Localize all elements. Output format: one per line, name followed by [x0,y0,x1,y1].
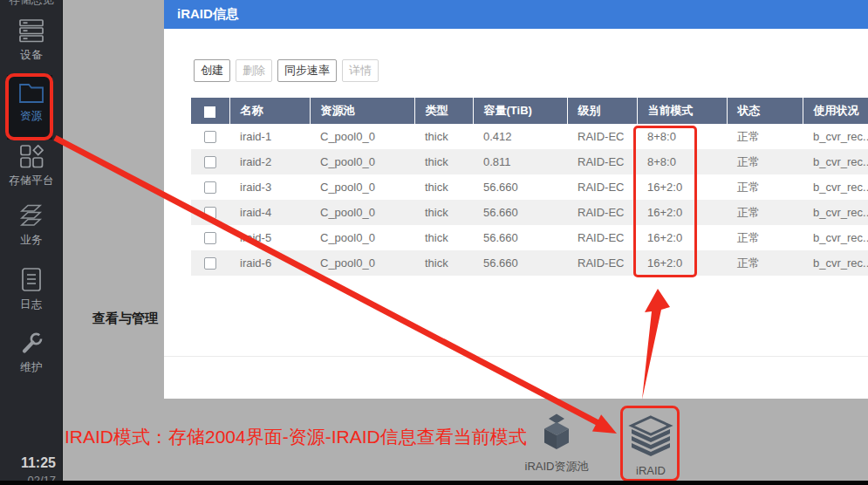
sidebar-item-maintenance[interactable]: 维护 [0,331,63,375]
column-header-pool: 资源池 [310,98,414,124]
server-icon [19,19,44,43]
panel-body: 创建 删除 同步速率 详情 名称 资源池 类型 容量(TiB) 级别 当前模式 [164,29,868,399]
table-row[interactable]: iraid-2 C_pool0_0 thick 0.811 RAID-EC 8+… [191,149,868,174]
cell-usage: b_cvr_rec... [803,124,868,149]
cell-pool: C_pool0_0 [310,149,414,174]
cell-usage: b_cvr_rec... [803,200,868,225]
cell-usage: b_cvr_rec... [803,149,868,174]
iraid-pool-cube-icon [536,413,578,452]
cell-usage: b_cvr_rec... [803,174,868,200]
details-button[interactable]: 详情 [342,59,379,82]
row-checkbox[interactable] [204,207,216,219]
column-header-status: 状态 [727,98,803,124]
sidebar-item-label: 存储平台 [0,174,63,188]
cell-mode: 8+8:0 [637,124,727,149]
cell-capacity: 56.660 [473,200,567,225]
cell-mode: 16+2:0 [637,225,727,250]
sidebar-item-label: 资源 [0,109,63,124]
cell-status: 正常 [727,250,803,276]
cell-status: 正常 [727,225,803,250]
table-row[interactable]: iraid-1 C_pool0_0 thick 0.412 RAID-EC 8+… [191,124,868,149]
row-checkbox[interactable] [204,131,216,143]
cell-type: thick [414,149,473,174]
cell-type: thick [414,225,473,250]
cell-level: RAID-EC [567,250,637,276]
table-header-row: 名称 资源池 类型 容量(TiB) 级别 当前模式 状态 使用状况 [191,98,868,124]
delete-button[interactable]: 删除 [236,59,272,82]
cell-status: 正常 [727,124,803,149]
cell-name: iraid-1 [229,124,310,149]
table-row[interactable]: iraid-6 C_pool0_0 thick 56.660 RAID-EC 1… [191,250,868,276]
cell-name: iraid-6 [229,250,310,276]
sidebar: 存储总览 设备 资源 [0,0,63,485]
diagonal-arrow-head [592,414,617,434]
cell-pool: C_pool0_0 [310,124,414,149]
sidebar-item-business[interactable]: 业务 [0,204,63,248]
panel-header: iRAID信息 [164,0,868,29]
column-header-type: 类型 [414,98,473,124]
sidebar-item-label: 日志 [0,297,63,312]
cell-name: iraid-2 [229,149,310,174]
icon-label: iRAID资源池 [522,459,591,475]
wrench-icon [19,331,44,355]
panel-divider [164,356,868,357]
icon-label: iRAID [625,464,677,477]
cell-pool: C_pool0_0 [310,225,414,250]
cell-capacity: 0.811 [473,149,567,174]
sidebar-item-label: 设备 [0,48,63,63]
cell-pool: C_pool0_0 [310,250,414,276]
row-checkbox[interactable] [204,232,216,244]
row-checkbox[interactable] [204,181,216,194]
column-header-usage: 使用状况 [803,98,868,124]
cell-usage: b_cvr_rec... [803,250,868,276]
cell-name: iraid-4 [229,200,310,225]
clock-time: 11:25 [0,455,56,471]
column-header-capacity: 容量(TiB) [473,98,567,124]
iraid-info-panel: iRAID信息 创建 删除 同步速率 详情 名称 资源池 类型 容量(TiB) [164,0,868,399]
table-row[interactable]: iraid-5 C_pool0_0 thick 56.660 RAID-EC 1… [191,225,868,250]
row-checkbox[interactable] [204,257,216,270]
cell-level: RAID-EC [567,225,637,250]
panel-title: iRAID信息 [164,6,239,23]
create-button[interactable]: 创建 [194,59,230,82]
cell-type: thick [414,174,473,200]
sidebar-item-devices[interactable]: 设备 [0,19,63,63]
column-header-mode: 当前模式 [637,98,727,124]
cell-name: iraid-5 [229,225,310,250]
cell-mode: 16+2:0 [637,250,727,276]
sync-rate-button[interactable]: 同步速率 [277,59,337,82]
table-row[interactable]: iraid-4 C_pool0_0 thick 56.660 RAID-EC 1… [191,200,868,225]
sidebar-item-resources[interactable]: 资源 [0,82,63,124]
column-header-level: 级别 [567,98,637,124]
iraid-pool-shortcut[interactable]: iRAID资源池 [522,413,591,475]
sidebar-item-storage-platform[interactable]: 存储平台 [0,145,63,188]
toolbar: 创建 删除 同步速率 详情 [194,59,379,82]
platform-grid-icon [20,145,44,168]
cell-capacity: 56.660 [473,225,567,250]
sidebar-item-logs[interactable]: 日志 [0,267,63,312]
iraid-shortcut[interactable]: iRAID [625,415,677,477]
log-clipboard-icon [20,267,43,292]
column-header-name: 名称 [229,98,310,124]
cell-type: thick [414,200,473,225]
cell-capacity: 0.412 [473,124,567,149]
iraid-stack-icon [628,415,673,457]
cell-mode: 8+8:0 [637,149,727,174]
row-checkbox[interactable] [204,156,216,168]
sidebar-item-label: 维护 [0,360,63,375]
iraid-table: 名称 资源池 类型 容量(TiB) 级别 当前模式 状态 使用状况 iraid-… [191,98,868,276]
sidebar-item-storage-overview[interactable]: 存储总览 [0,0,63,8]
cell-capacity: 56.660 [473,174,567,200]
select-all-checkbox[interactable] [204,106,215,118]
workspace-label: 查看与管理 [92,311,158,327]
table-row[interactable]: iraid-3 C_pool0_0 thick 56.660 RAID-EC 1… [191,174,868,200]
cell-level: RAID-EC [567,124,637,149]
cell-capacity: 56.660 [473,250,567,276]
folder-icon [18,82,44,104]
cell-status: 正常 [727,149,803,174]
cell-pool: C_pool0_0 [310,174,414,200]
sidebar-item-label: 业务 [0,233,63,248]
cell-pool: C_pool0_0 [310,200,414,225]
cell-type: thick [414,124,473,149]
cell-status: 正常 [727,174,803,200]
